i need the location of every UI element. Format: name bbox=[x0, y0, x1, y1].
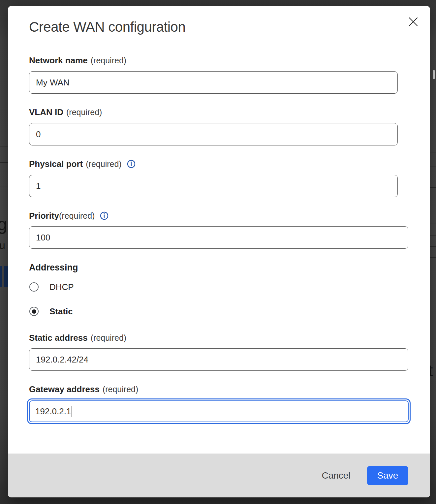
physical-port-input[interactable]: 1 bbox=[29, 175, 398, 197]
background-button-fragment bbox=[0, 266, 2, 287]
label-text: Physical port bbox=[29, 158, 83, 170]
dialog-title: Create WAN configuration bbox=[29, 18, 185, 36]
required-hint: (required) bbox=[66, 107, 102, 118]
input-value: 1 bbox=[36, 181, 41, 191]
gateway-address-label: Gateway address (required) bbox=[29, 384, 138, 395]
radio-label: DHCP bbox=[49, 282, 74, 292]
label-text: VLAN ID bbox=[29, 107, 63, 118]
input-value: 192.0.2.1 bbox=[35, 406, 71, 417]
create-wan-dialog: Create WAN configuration Network name (r… bbox=[8, 6, 430, 497]
label-text: Network name bbox=[29, 55, 88, 66]
addressing-heading: Addressing bbox=[29, 262, 78, 273]
background-text-fragment: u bbox=[0, 239, 5, 252]
close-icon[interactable] bbox=[408, 16, 419, 27]
physical-port-label: Physical port (required) bbox=[29, 158, 136, 170]
radio-label: Static bbox=[49, 306, 73, 317]
background-row-divider bbox=[0, 162, 8, 163]
background-row-divider bbox=[430, 224, 436, 224]
input-value: 100 bbox=[36, 233, 50, 243]
cancel-button[interactable]: Cancel bbox=[315, 466, 358, 485]
gateway-address-input[interactable]: 192.0.2.1 bbox=[29, 400, 409, 422]
network-name-input[interactable]: My WAN bbox=[29, 71, 398, 94]
background-row-divider bbox=[430, 246, 436, 247]
gateway-address-input-focus-ring: 192.0.2.1 bbox=[27, 398, 411, 424]
network-name-label: Network name (required) bbox=[29, 55, 126, 66]
background-row-divider bbox=[430, 187, 436, 188]
label-text: Static address bbox=[29, 332, 88, 343]
background-scrollbar-thumb bbox=[433, 70, 435, 79]
vlan-id-input[interactable]: 0 bbox=[29, 123, 398, 145]
static-address-input[interactable]: 192.0.2.42/24 bbox=[29, 348, 408, 371]
vlan-id-label: VLAN ID (required) bbox=[29, 107, 102, 118]
static-address-label: Static address (required) bbox=[29, 332, 126, 343]
radio-icon[interactable] bbox=[29, 282, 39, 292]
required-hint: (required) bbox=[59, 210, 95, 221]
input-value: 192.0.2.42/24 bbox=[36, 355, 88, 365]
priority-label: Priority (required) bbox=[29, 210, 109, 221]
input-value: 0 bbox=[36, 129, 41, 140]
background-row-divider bbox=[430, 167, 436, 167]
label-text: Priority bbox=[29, 210, 59, 221]
background-row-divider bbox=[430, 236, 436, 236]
text-cursor bbox=[72, 406, 72, 417]
info-icon[interactable] bbox=[127, 160, 136, 168]
background-row-divider bbox=[430, 257, 436, 258]
background-text-fragment: g bbox=[0, 214, 7, 234]
input-value: My WAN bbox=[36, 78, 70, 88]
required-hint: (required) bbox=[86, 158, 121, 170]
background-row-divider bbox=[430, 152, 436, 152]
dialog-footer: Cancel Save bbox=[8, 454, 430, 497]
priority-input[interactable]: 100 bbox=[29, 226, 408, 249]
radio-option-dhcp[interactable]: DHCP bbox=[29, 282, 74, 292]
required-hint: (required) bbox=[91, 55, 126, 66]
background-row-divider bbox=[0, 186, 8, 186]
save-button[interactable]: Save bbox=[367, 466, 408, 485]
radio-selected-icon[interactable] bbox=[29, 307, 39, 316]
background-row-divider bbox=[0, 146, 8, 146]
label-text: Gateway address bbox=[29, 384, 100, 395]
required-hint: (required) bbox=[103, 384, 138, 395]
required-hint: (required) bbox=[91, 332, 126, 343]
info-icon[interactable] bbox=[100, 211, 109, 220]
radio-option-static[interactable]: Static bbox=[29, 307, 73, 316]
